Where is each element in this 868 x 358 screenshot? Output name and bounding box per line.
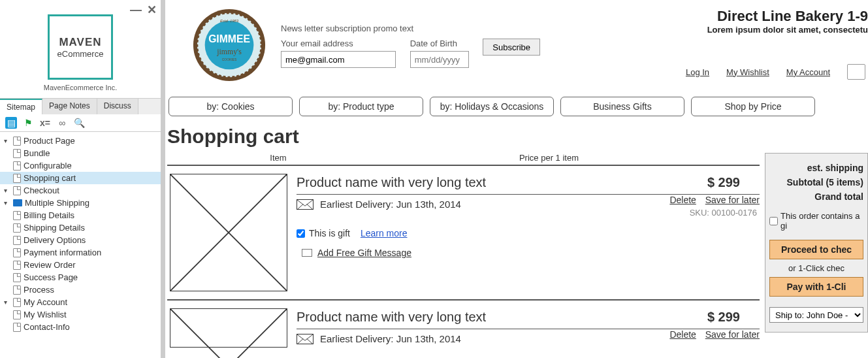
product-thumbnail[interactable] <box>170 308 287 348</box>
tree-label: Process <box>24 285 54 295</box>
product-price: $ 299 <box>707 175 760 190</box>
tree-row[interactable]: Configurable <box>0 159 161 172</box>
product-thumbnail[interactable] <box>170 174 287 291</box>
tree-row[interactable]: Payment information <box>0 246 161 259</box>
resize-handle[interactable] <box>161 0 165 358</box>
logo-line2: eCommerce <box>57 49 104 59</box>
col-item: Item <box>167 153 389 163</box>
nav-product-type[interactable]: by: Product type <box>299 97 423 116</box>
page-icon <box>13 211 21 220</box>
tree-row[interactable]: Contact-Info <box>0 321 161 333</box>
add-gift-message-link[interactable]: Add Free Gift Message <box>317 248 411 258</box>
tree-label: Billing Details <box>24 210 74 220</box>
header-right: Direct Line Bakery 1-9 Lorem ipsum dolor… <box>707 8 868 35</box>
tree-row[interactable]: Billing Details <box>0 209 161 221</box>
tree-label: Configurable <box>24 161 72 171</box>
page-icon <box>13 310 21 319</box>
product-name: Product name with very long text <box>297 310 486 325</box>
email-field[interactable] <box>281 51 396 68</box>
tree-row[interactable]: Shopping cart <box>0 172 161 184</box>
page-icon <box>13 223 21 233</box>
delete-link[interactable]: Delete <box>669 195 696 205</box>
nav-cookies[interactable]: by: Cookies <box>169 97 293 116</box>
envelope-icon <box>302 249 312 257</box>
oneclick-button[interactable]: Pay with 1-Cli <box>769 277 863 297</box>
tree-label: Payment information <box>24 248 101 257</box>
checkout-button[interactable]: Proceed to chec <box>769 240 863 259</box>
tree-arrow-icon: ▾ <box>4 187 10 194</box>
tree-row[interactable]: ▾Multiple Shipping <box>0 197 161 209</box>
delete-link[interactable]: Delete <box>669 329 696 340</box>
tree-row[interactable]: Bundle <box>0 147 161 159</box>
email-label: Your email address <box>281 39 396 48</box>
close-icon[interactable]: ✕ <box>147 3 157 17</box>
tree-label: Checkout <box>24 186 59 195</box>
tree-row[interactable]: Delivery Options <box>0 234 161 246</box>
product-price: $ 299 <box>707 310 760 325</box>
ship-to-select[interactable]: Ship to: John Doe - New Y <box>769 307 863 323</box>
order-summary: est. shipping Subtotal (5 items) Grand t… <box>765 153 868 333</box>
wishlist-link[interactable]: My Wishlist <box>726 67 769 77</box>
tree-label: Review Order <box>24 260 75 270</box>
svg-text:Estd. 1983: Estd. 1983 <box>220 19 239 23</box>
link-tool-icon[interactable]: ∞ <box>56 117 68 129</box>
tree-row[interactable]: Success Page <box>0 271 161 284</box>
tab-page-notes[interactable]: Page Notes <box>42 99 97 114</box>
envelope-icon <box>297 334 313 344</box>
nav-business-gifts[interactable]: Business Gifts <box>560 97 684 116</box>
tree-row[interactable]: ▾Checkout <box>0 184 161 197</box>
page-icon <box>13 149 21 158</box>
account-link[interactable]: My Account <box>786 67 830 77</box>
account-links: Log In My Wishlist My Account <box>686 64 865 80</box>
tree-label: My Wishlist <box>24 310 67 319</box>
nav-shop-price[interactable]: Shop by Price <box>691 97 815 116</box>
gift-checkbox[interactable] <box>297 229 305 238</box>
tree-label: Product Page <box>24 136 75 146</box>
order-gift-checkbox[interactable] <box>769 217 778 225</box>
tree-row[interactable]: Process <box>0 284 161 296</box>
tab-discuss[interactable]: Discuss <box>97 99 138 114</box>
cart-list: Item Price per 1 item Product name with … <box>167 153 760 355</box>
delivery-text: Earliest Delivery: Jun 13th, 2014 <box>320 199 461 210</box>
learn-more-link[interactable]: Learn more <box>361 228 408 238</box>
minimize-icon[interactable]: — <box>130 3 142 17</box>
tree-row[interactable]: Review Order <box>0 259 161 271</box>
company-caption: MavenEcommerce Inc. <box>0 84 161 91</box>
search-input-stub[interactable] <box>847 64 865 80</box>
gift-label: This is gift <box>309 228 350 238</box>
tree-label: Contact-Info <box>24 322 70 332</box>
search-tool-icon[interactable]: 🔍 <box>73 117 85 129</box>
dob-field[interactable] <box>410 51 469 68</box>
login-link[interactable]: Log In <box>686 67 709 77</box>
product-name: Product name with very long text <box>297 175 486 190</box>
page-tool-icon[interactable]: ▤ <box>5 117 17 129</box>
tab-sitemap[interactable]: Sitemap <box>0 99 42 114</box>
folder-icon <box>13 199 22 206</box>
sitemap-tree: ▾Product PageBundleConfigurableShopping … <box>0 132 161 358</box>
page-icon <box>13 236 21 245</box>
tree-row[interactable]: Shipping Details <box>0 221 161 234</box>
page-icon <box>13 137 21 146</box>
nav-holidays[interactable]: by: Holidays & Occasions <box>430 97 554 116</box>
cart-item: Product name with very long text $ 299 E… <box>167 301 760 355</box>
page-title: Shopping cart <box>167 123 868 153</box>
tree-label: My Account <box>24 297 67 307</box>
tree-arrow-icon: ▾ <box>4 299 10 306</box>
svg-text:COOKIES: COOKIES <box>222 58 237 61</box>
save-later-link[interactable]: Save for later <box>705 195 760 205</box>
tree-row[interactable]: ▾Product Page <box>0 135 161 147</box>
tree-label: Delivery Options <box>24 235 86 245</box>
flag-tool-icon[interactable]: ⚑ <box>22 117 34 129</box>
brand-logo: GIMMEE jimmy's COOKIES Estd. 1983 <box>191 7 268 84</box>
est-shipping: est. shipping <box>769 163 863 173</box>
tree-row[interactable]: ▾My Account <box>0 296 161 308</box>
var-tool-icon[interactable]: x= <box>39 117 51 129</box>
dob-label: Date of Birth <box>410 39 469 48</box>
subscribe-button[interactable]: Subscribe <box>483 39 540 56</box>
page-icon <box>13 298 21 307</box>
envelope-icon <box>297 199 313 210</box>
tree-row[interactable]: My Wishlist <box>0 308 161 321</box>
header-title: Direct Line Bakery 1-9 <box>707 8 868 25</box>
save-later-link[interactable]: Save for later <box>705 329 760 340</box>
page-icon <box>13 161 21 171</box>
